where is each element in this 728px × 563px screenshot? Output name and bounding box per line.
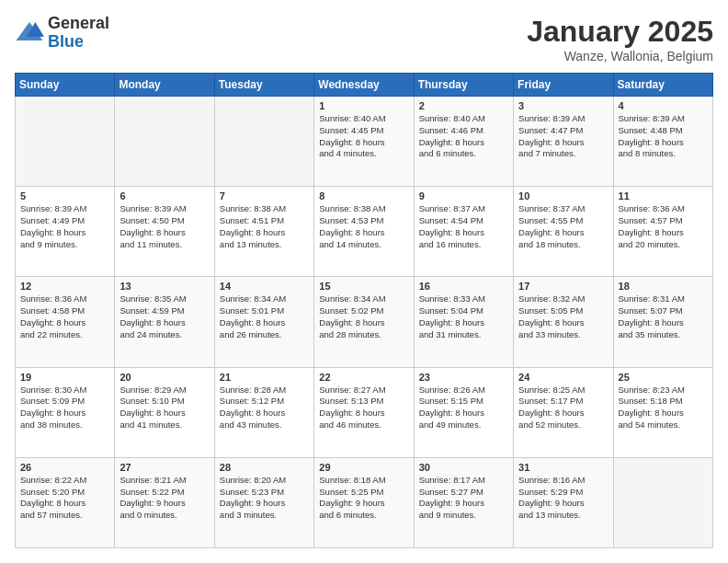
calendar-cell-3-5: 24Sunrise: 8:25 AM Sunset: 5:17 PM Dayli… [514,367,613,457]
col-thursday: Thursday [414,74,513,97]
calendar-cell-3-6: 25Sunrise: 8:23 AM Sunset: 5:18 PM Dayli… [613,367,712,457]
day-number: 6 [119,190,209,201]
location: Wanze, Wallonia, Belgium [527,49,713,63]
calendar-cell-1-3: 8Sunrise: 8:38 AM Sunset: 4:53 PM Daylig… [314,187,414,277]
day-number: 20 [119,372,209,383]
calendar-cell-4-1: 27Sunrise: 8:21 AM Sunset: 5:22 PM Dayli… [115,457,214,547]
day-number: 3 [518,100,608,111]
day-info: Sunrise: 8:35 AM Sunset: 4:59 PM Dayligh… [119,293,209,340]
day-info: Sunrise: 8:34 AM Sunset: 5:02 PM Dayligh… [319,293,408,340]
day-info: Sunrise: 8:25 AM Sunset: 5:17 PM Dayligh… [518,385,608,431]
day-number: 18 [619,281,708,292]
col-sunday: Sunday [16,74,115,97]
logo-blue-text: Blue [48,33,109,52]
day-number: 17 [518,281,608,292]
day-info: Sunrise: 8:32 AM Sunset: 5:05 PM Dayligh… [518,293,608,340]
day-number: 12 [20,281,109,292]
calendar-cell-4-4: 30Sunrise: 8:17 AM Sunset: 5:27 PM Dayli… [414,457,513,547]
week-row-3: 12Sunrise: 8:36 AM Sunset: 4:58 PM Dayli… [16,277,713,367]
calendar-cell-0-0 [16,97,115,187]
logo-general-text: General [48,15,109,33]
day-number: 1 [319,100,408,111]
logo: General Blue [15,15,109,52]
day-info: Sunrise: 8:39 AM Sunset: 4:48 PM Dayligh… [619,113,708,160]
calendar-cell-0-5: 3Sunrise: 8:39 AM Sunset: 4:47 PM Daylig… [514,97,613,187]
calendar-cell-1-4: 9Sunrise: 8:37 AM Sunset: 4:54 PM Daylig… [414,187,513,277]
day-number: 7 [220,190,309,201]
day-number: 27 [119,462,209,473]
col-saturday: Saturday [613,74,712,97]
calendar-cell-4-2: 28Sunrise: 8:20 AM Sunset: 5:23 PM Dayli… [214,457,313,547]
day-info: Sunrise: 8:38 AM Sunset: 4:53 PM Dayligh… [319,203,408,250]
day-number: 21 [220,372,309,383]
calendar-cell-1-2: 7Sunrise: 8:38 AM Sunset: 4:51 PM Daylig… [214,187,313,277]
day-number: 25 [619,372,708,383]
day-number: 9 [419,190,508,201]
calendar-cell-0-1 [115,97,214,187]
day-info: Sunrise: 8:16 AM Sunset: 5:29 PM Dayligh… [518,475,608,522]
week-row-4: 19Sunrise: 8:30 AM Sunset: 5:09 PM Dayli… [16,367,713,457]
day-info: Sunrise: 8:39 AM Sunset: 4:49 PM Dayligh… [20,203,109,250]
day-number: 15 [319,281,408,292]
calendar-cell-3-4: 23Sunrise: 8:26 AM Sunset: 5:15 PM Dayli… [414,367,513,457]
week-row-1: 1Sunrise: 8:40 AM Sunset: 4:45 PM Daylig… [16,97,713,187]
calendar-cell-3-1: 20Sunrise: 8:29 AM Sunset: 5:10 PM Dayli… [115,367,214,457]
calendar-header-row: Sunday Monday Tuesday Wednesday Thursday… [16,74,713,97]
day-info: Sunrise: 8:30 AM Sunset: 5:09 PM Dayligh… [20,385,109,431]
day-number: 11 [619,190,708,201]
day-info: Sunrise: 8:39 AM Sunset: 4:47 PM Dayligh… [518,113,608,160]
calendar-cell-0-6: 4Sunrise: 8:39 AM Sunset: 4:48 PM Daylig… [613,97,712,187]
day-info: Sunrise: 8:21 AM Sunset: 5:22 PM Dayligh… [119,475,209,522]
day-info: Sunrise: 8:40 AM Sunset: 4:45 PM Dayligh… [319,113,408,160]
day-number: 5 [20,190,109,201]
calendar-cell-2-4: 16Sunrise: 8:33 AM Sunset: 5:04 PM Dayli… [414,277,513,367]
calendar-cell-0-3: 1Sunrise: 8:40 AM Sunset: 4:45 PM Daylig… [314,97,414,187]
calendar-cell-3-2: 21Sunrise: 8:28 AM Sunset: 5:12 PM Dayli… [214,367,313,457]
month-title: January 2025 [527,15,713,49]
day-number: 23 [419,372,508,383]
week-row-2: 5Sunrise: 8:39 AM Sunset: 4:49 PM Daylig… [16,187,713,277]
calendar-cell-3-3: 22Sunrise: 8:27 AM Sunset: 5:13 PM Dayli… [314,367,414,457]
calendar-cell-2-5: 17Sunrise: 8:32 AM Sunset: 5:05 PM Dayli… [514,277,613,367]
day-info: Sunrise: 8:40 AM Sunset: 4:46 PM Dayligh… [419,113,508,160]
calendar-cell-4-0: 26Sunrise: 8:22 AM Sunset: 5:20 PM Dayli… [16,457,115,547]
calendar-cell-0-2 [214,97,313,187]
day-number: 8 [319,190,408,201]
day-info: Sunrise: 8:34 AM Sunset: 5:01 PM Dayligh… [220,293,309,340]
day-number: 28 [220,462,309,473]
calendar-cell-2-1: 13Sunrise: 8:35 AM Sunset: 4:59 PM Dayli… [115,277,214,367]
calendar-cell-4-3: 29Sunrise: 8:18 AM Sunset: 5:25 PM Dayli… [314,457,414,547]
day-number: 4 [619,100,708,111]
day-number: 24 [518,372,608,383]
calendar-cell-3-0: 19Sunrise: 8:30 AM Sunset: 5:09 PM Dayli… [16,367,115,457]
day-info: Sunrise: 8:33 AM Sunset: 5:04 PM Dayligh… [419,293,508,340]
calendar-cell-2-6: 18Sunrise: 8:31 AM Sunset: 5:07 PM Dayli… [613,277,712,367]
calendar-cell-1-6: 11Sunrise: 8:36 AM Sunset: 4:57 PM Dayli… [613,187,712,277]
day-info: Sunrise: 8:23 AM Sunset: 5:18 PM Dayligh… [619,385,708,431]
day-number: 30 [419,462,508,473]
day-info: Sunrise: 8:22 AM Sunset: 5:20 PM Dayligh… [20,475,109,522]
day-number: 19 [20,372,109,383]
day-number: 14 [220,281,309,292]
calendar-cell-0-4: 2Sunrise: 8:40 AM Sunset: 4:46 PM Daylig… [414,97,513,187]
calendar-cell-1-1: 6Sunrise: 8:39 AM Sunset: 4:50 PM Daylig… [115,187,214,277]
day-info: Sunrise: 8:18 AM Sunset: 5:25 PM Dayligh… [319,475,408,522]
day-number: 29 [319,462,408,473]
day-info: Sunrise: 8:26 AM Sunset: 5:15 PM Dayligh… [419,385,508,431]
day-info: Sunrise: 8:38 AM Sunset: 4:51 PM Dayligh… [220,203,309,250]
day-info: Sunrise: 8:29 AM Sunset: 5:10 PM Dayligh… [119,385,209,431]
day-info: Sunrise: 8:37 AM Sunset: 4:54 PM Dayligh… [419,203,508,250]
col-wednesday: Wednesday [314,74,414,97]
day-number: 10 [518,190,608,201]
header: General Blue January 2025 Wanze, Walloni… [15,15,713,63]
week-row-5: 26Sunrise: 8:22 AM Sunset: 5:20 PM Dayli… [16,457,713,547]
day-number: 31 [518,462,608,473]
calendar-table: Sunday Monday Tuesday Wednesday Thursday… [15,73,713,548]
page: General Blue January 2025 Wanze, Walloni… [0,0,728,563]
day-number: 13 [119,281,209,292]
day-info: Sunrise: 8:39 AM Sunset: 4:50 PM Dayligh… [119,203,209,250]
day-info: Sunrise: 8:36 AM Sunset: 4:57 PM Dayligh… [619,203,708,250]
title-block: January 2025 Wanze, Wallonia, Belgium [527,15,713,63]
day-info: Sunrise: 8:37 AM Sunset: 4:55 PM Dayligh… [518,203,608,250]
calendar-cell-2-3: 15Sunrise: 8:34 AM Sunset: 5:02 PM Dayli… [314,277,414,367]
